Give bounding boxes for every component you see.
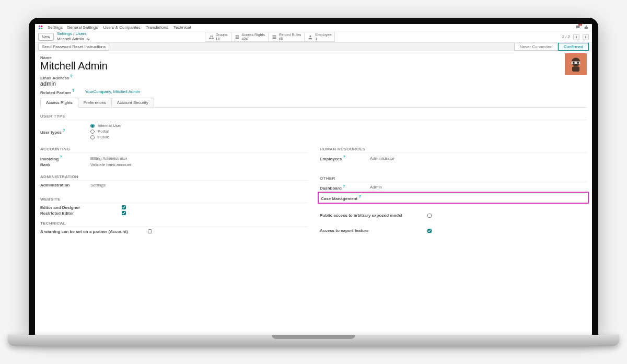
send-password-reset-button[interactable]: Send Password Reset Instructions (38, 43, 109, 51)
opt-public: Public (98, 135, 109, 139)
opt-portal: Portal (98, 129, 109, 134)
status-stages: Never Connected Confirmed (514, 43, 589, 51)
crumb-sep: / (73, 31, 74, 36)
stage-never-connected[interactable]: Never Connected (514, 43, 558, 51)
app-logo-icon[interactable] (38, 25, 43, 30)
radio-internal-user[interactable] (90, 124, 95, 128)
svg-point-8 (577, 62, 579, 64)
bank-value[interactable]: Validate bank account (90, 162, 131, 167)
invoicing-label: Invoicing? (40, 155, 87, 161)
top-menu: Settings General Settings Users & Compan… (35, 24, 592, 31)
control-panel: New Settings / Users Mitchell Admin (35, 31, 592, 43)
crumb-settings[interactable]: Settings (57, 31, 72, 36)
laptop-base-decoration (8, 335, 619, 346)
menu-general-settings[interactable]: General Settings (67, 25, 98, 30)
status-bar: Send Password Reset Instructions Never C… (35, 43, 592, 51)
gear-icon[interactable] (86, 37, 90, 42)
editor-designer-label: Editor and Designer (40, 205, 119, 210)
new-button[interactable]: New (38, 33, 54, 41)
name-label: Name (40, 55, 587, 60)
public-access-checkbox[interactable] (427, 214, 432, 218)
opt-internal-user: Internal User (98, 123, 122, 128)
section-technical: TECHNICAL (40, 219, 307, 227)
editor-designer-checkbox[interactable] (122, 205, 126, 209)
pager-next-button[interactable] (583, 34, 589, 40)
export-feature-label: Access to export feature (320, 228, 424, 233)
message-badge: 1 (578, 24, 582, 26)
radio-portal[interactable] (90, 130, 95, 134)
messaging-icon[interactable]: 1 (575, 25, 580, 31)
dashboard-label: Dashboard? (320, 184, 367, 191)
avatar[interactable] (565, 53, 587, 75)
crumb-users[interactable]: Users (76, 31, 87, 36)
crumb-record: Mitchell Admin (57, 37, 84, 42)
app-name[interactable]: Settings (48, 25, 63, 30)
stat-groups[interactable]: Groups18 (205, 32, 231, 42)
partner-link[interactable]: YourCompany, Mitchell Admin (85, 89, 140, 94)
case-management-highlight: Case Management? (318, 192, 589, 204)
pager-prev-button[interactable] (573, 34, 579, 40)
top-menu-items: General Settings Users & Companies Trans… (67, 25, 191, 30)
section-hr: HUMAN RESOURCES (320, 145, 587, 153)
section-user-type: USER TYPE (40, 112, 587, 120)
export-feature-checkbox[interactable] (427, 229, 432, 233)
case-management-label: Case Management? (321, 195, 368, 201)
tab-preferences[interactable]: Preferences (78, 98, 112, 107)
section-other: OTHER (320, 174, 587, 182)
svg-rect-9 (572, 66, 579, 72)
bank-label: Bank (40, 162, 87, 167)
breadcrumb: Settings / Users Mitchell Admin (57, 32, 90, 42)
section-accounting: ACCOUNTING (40, 145, 307, 153)
tab-access-rights[interactable]: Access Rights (40, 98, 78, 107)
svg-point-2 (39, 28, 40, 29)
name-value[interactable]: Mitchell Admin (40, 60, 587, 72)
warning-partner-checkbox[interactable] (148, 229, 152, 233)
activities-icon[interactable] (584, 25, 589, 31)
partner-label: Related Partner? (40, 89, 74, 95)
warning-partner-label: A warning can be set on a partner (Accou… (40, 229, 145, 234)
stat-buttons: Groups18 Access Rights424 Record Rules60… (205, 32, 335, 42)
restricted-editor-checkbox[interactable] (122, 211, 126, 215)
stat-access-rights[interactable]: Access Rights424 (231, 32, 269, 42)
email-value[interactable]: admin (40, 80, 587, 87)
tab-account-security[interactable]: Account Security (111, 98, 154, 107)
radio-public[interactable] (90, 135, 95, 139)
employees-label: Employees? (320, 155, 367, 161)
form-view: Name Mitchell Admin Email Address? admin… (35, 51, 592, 243)
administration-value[interactable]: Settings (90, 183, 106, 187)
user-types-label: User types? (40, 128, 87, 135)
pager-text: 2 / 2 (562, 34, 570, 39)
email-label: Email Address? (40, 74, 587, 80)
svg-point-7 (573, 62, 575, 64)
section-administration: ADMINISTRATION (40, 172, 307, 181)
administration-label: Administration (40, 183, 87, 187)
stat-record-rules[interactable]: Record Rules60 (269, 32, 305, 42)
form-tabs: Access Rights Preferences Account Securi… (40, 98, 587, 108)
svg-point-1 (41, 25, 42, 27)
stat-employee[interactable]: Employee1 (305, 32, 335, 42)
section-website: WEBSITE (40, 195, 307, 203)
stage-confirmed[interactable]: Confirmed (558, 43, 589, 51)
pager: 2 / 2 (562, 34, 589, 40)
menu-users-companies[interactable]: Users & Companies (103, 25, 141, 30)
menu-technical[interactable]: Technical (173, 25, 191, 30)
svg-point-3 (41, 28, 42, 29)
restricted-editor-label: Restricted Editor (40, 211, 119, 216)
invoicing-value[interactable]: Billing Administrator (90, 156, 127, 161)
svg-point-0 (39, 25, 40, 27)
menu-translations[interactable]: Translations (146, 25, 168, 30)
employees-value[interactable]: Administrator (370, 156, 394, 161)
dashboard-value[interactable]: Admin (370, 185, 382, 190)
public-access-label: Public access to arbitrary exposed model (320, 213, 424, 218)
